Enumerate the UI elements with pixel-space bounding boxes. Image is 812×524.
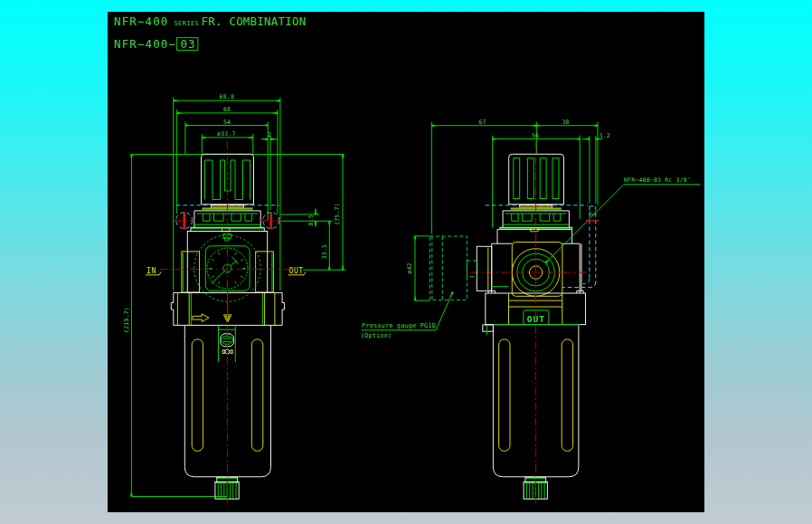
side-bonnet <box>486 205 589 232</box>
dim-width-ports: 68 <box>223 106 231 113</box>
dim-edge-offset: 2 <box>268 131 271 138</box>
dim-port-drop: 8.5 <box>307 214 315 225</box>
side-sight-slot-left <box>499 339 510 452</box>
front-clamp <box>171 291 284 326</box>
dim-depth-rear: 38 <box>562 119 569 126</box>
dim-bracket-thickness: 3.2 <box>600 132 610 139</box>
gauge-boss <box>477 246 491 291</box>
title-series-label: SERIES <box>175 20 200 27</box>
side-pressure-gauge-option: ø42 Pressure gauge PG1D (Option) <box>361 236 477 339</box>
side-sight-slot-right <box>562 339 572 452</box>
side-bowl <box>483 325 579 477</box>
dim-body-depth: 56 <box>532 132 539 139</box>
gauge-note-line2: (Option) <box>361 332 392 339</box>
dim-upper-height: (75.7) <box>334 203 341 225</box>
title-block: NFR−400 SERIES FR. COMBINATION NFR−400− … <box>114 14 306 50</box>
cad-drawing: NFR−400 SERIES FR. COMBINATION NFR−400− … <box>108 12 704 512</box>
in-label: IN <box>146 267 156 275</box>
front-dimensions-top: 68.8 68 54 ø33.7 2 <box>174 93 280 291</box>
side-body <box>470 229 590 296</box>
flow-arrow-icon <box>193 314 209 322</box>
side-view: 67 38 56 3.2 <box>361 119 701 504</box>
side-dimensions-top: 67 38 56 3.2 <box>431 119 610 234</box>
subtitle-model: NFR−400− <box>114 37 176 51</box>
dim-width-overall: 68.8 <box>220 93 234 100</box>
dim-gauge-diameter: ø42 <box>406 262 413 273</box>
gauge-note-line1: Pressure gauge PG1D <box>362 322 436 329</box>
dim-knob-diameter: ø33.7 <box>217 130 236 138</box>
front-flow-labels: IN OUT <box>146 267 306 275</box>
front-view: 68.8 68 54 ø33.7 2 (219.7) (75.7) 33.5 8… <box>123 93 346 507</box>
sight-slot-right <box>251 339 262 452</box>
dim-total-height: (219.7) <box>123 307 130 333</box>
bowl-latch <box>483 325 494 331</box>
dim-port-height: 33.5 <box>321 244 328 259</box>
drawing-canvas: NFR−400 SERIES FR. COMBINATION NFR−400− … <box>108 12 704 512</box>
dim-depth-front: 67 <box>478 119 486 126</box>
desktop: { "window": { "background_top": "#01ffff… <box>0 0 812 524</box>
sight-slot-left <box>192 339 203 452</box>
out-label: OUT <box>289 267 304 275</box>
title-model: NFR−400 <box>114 14 168 28</box>
dim-width-bonnet: 54 <box>223 119 231 126</box>
title-name: FR. COMBINATION <box>202 14 307 28</box>
port-spec: NFR−400−03 Rc 3/8″ <box>624 176 691 184</box>
size-code: 03 <box>180 37 195 51</box>
